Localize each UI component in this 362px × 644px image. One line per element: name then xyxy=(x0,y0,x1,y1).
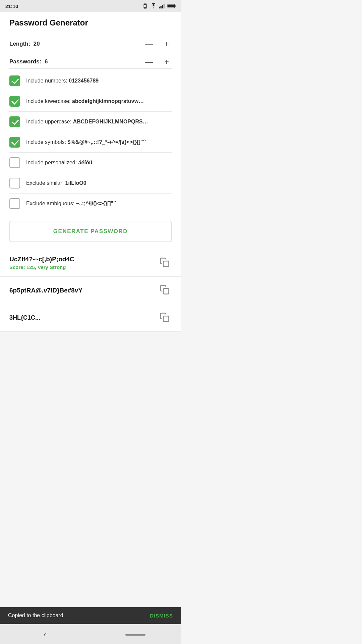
passwords-increment-button[interactable]: + xyxy=(162,57,172,66)
checkbox-lowercase[interactable] xyxy=(9,96,20,107)
passwords-row: Passwords: 6 — + xyxy=(9,51,172,69)
status-time: 21:10 xyxy=(5,3,18,9)
battery-icon xyxy=(167,3,176,9)
password-item-1: 6p5ptRA@.v7iD}Be#8vY xyxy=(0,277,181,304)
password-text-group-1: 6p5ptRA@.v7iD}Be#8vY xyxy=(9,287,154,294)
password-text-group-0: UcZlf4?-~c[,b)P;od4CScore: 125, Very Str… xyxy=(9,256,154,270)
password-text-0: UcZlf4?-~c[,b)P;od4C xyxy=(9,256,154,263)
svg-rect-1 xyxy=(144,5,146,7)
checkbox-label-ambiguous: Exclude ambiguous: ~,.:;^/|\()<>{}[]"'` xyxy=(26,201,172,207)
checkbox-row-numbers: Include numbers: 0123456789 xyxy=(9,71,172,91)
checkbox-ambiguous[interactable] xyxy=(9,198,20,209)
passwords-decrement-button[interactable]: — xyxy=(142,57,156,66)
checkbox-row-personalized: Include personalized: áéíóú xyxy=(9,153,172,173)
password-item-0: UcZlf4?-~c[,b)P;od4CScore: 125, Very Str… xyxy=(0,249,181,277)
svg-rect-6 xyxy=(164,4,165,9)
status-icons xyxy=(142,3,176,9)
app-title: Password Generator xyxy=(9,18,88,27)
checkbox-row-symbols: Include symbols: $%&@#~,.::!?_*-+^=/|\()… xyxy=(9,132,172,153)
checkbox-numbers[interactable] xyxy=(9,75,20,86)
password-text-group-2: 3HL{C1C... xyxy=(9,314,154,321)
svg-rect-4 xyxy=(161,6,162,8)
checkbox-label-similar: Exclude similar: 1iILloO0 xyxy=(26,180,172,186)
signal-icon xyxy=(159,3,165,9)
checkbox-personalized[interactable] xyxy=(9,157,20,168)
checkbox-section: Include numbers: 0123456789Include lower… xyxy=(9,69,172,214)
password-item-2: 3HL{C1C... xyxy=(0,304,181,332)
passwords-label: Passwords: 6 xyxy=(9,58,142,65)
checkbox-uppercase[interactable] xyxy=(9,116,20,127)
app-bar: Password Generator xyxy=(0,12,181,33)
svg-rect-11 xyxy=(163,288,169,294)
svg-rect-5 xyxy=(162,5,163,8)
copy-password-button-2[interactable] xyxy=(158,310,172,325)
checkbox-label-lowercase: Include lowercase: abcdefghijklmnopqrstu… xyxy=(26,98,172,104)
length-row: Length: 20 — + xyxy=(9,33,172,51)
checkbox-row-uppercase: Include uppercase: ABCDEFGHIJKLMNOPQRS… xyxy=(9,112,172,132)
password-text-1: 6p5ptRA@.v7iD}Be#8vY xyxy=(9,287,154,294)
generate-password-button[interactable]: GENERATE PASSWORD xyxy=(9,221,172,242)
svg-rect-3 xyxy=(159,7,160,8)
checkbox-symbols[interactable] xyxy=(9,137,20,148)
generate-section: GENERATE PASSWORD xyxy=(0,214,181,249)
length-stepper-controls: — + xyxy=(142,39,172,49)
password-score-0: Score: 125, Very Strong xyxy=(9,264,154,270)
svg-rect-9 xyxy=(167,5,174,7)
checkbox-label-personalized: Include personalized: áéíóú xyxy=(26,160,172,166)
checkbox-label-uppercase: Include uppercase: ABCDEFGHIJKLMNOPQRS… xyxy=(26,119,172,125)
svg-rect-8 xyxy=(175,5,176,7)
length-label: Length: 20 xyxy=(9,41,142,47)
sim-icon xyxy=(142,3,148,9)
passwords-stepper-controls: — + xyxy=(142,57,172,66)
svg-rect-10 xyxy=(163,261,169,266)
copy-password-button-0[interactable] xyxy=(158,255,172,270)
length-decrement-button[interactable]: — xyxy=(142,39,156,49)
main-content: Length: 20 — + Passwords: 6 — + Include … xyxy=(0,33,181,214)
svg-point-2 xyxy=(153,8,154,9)
checkbox-similar[interactable] xyxy=(9,178,20,189)
checkbox-row-similar: Exclude similar: 1iILloO0 xyxy=(9,173,172,194)
length-increment-button[interactable]: + xyxy=(162,39,172,49)
password-text-2: 3HL{C1C... xyxy=(9,314,154,321)
wifi-icon xyxy=(150,3,157,9)
checkbox-row-ambiguous: Exclude ambiguous: ~,.:;^/|\()<>{}[]"'` xyxy=(9,194,172,214)
results-section: UcZlf4?-~c[,b)P;od4CScore: 125, Very Str… xyxy=(0,249,181,332)
checkbox-label-symbols: Include symbols: $%&@#~,.::!?_*-+^=/|\()… xyxy=(26,139,172,145)
checkbox-row-lowercase: Include lowercase: abcdefghijklmnopqrstu… xyxy=(9,91,172,112)
checkbox-label-numbers: Include numbers: 0123456789 xyxy=(26,78,172,84)
copy-password-button-1[interactable] xyxy=(158,283,172,298)
status-bar: 21:10 xyxy=(0,0,181,12)
svg-rect-12 xyxy=(163,316,169,321)
